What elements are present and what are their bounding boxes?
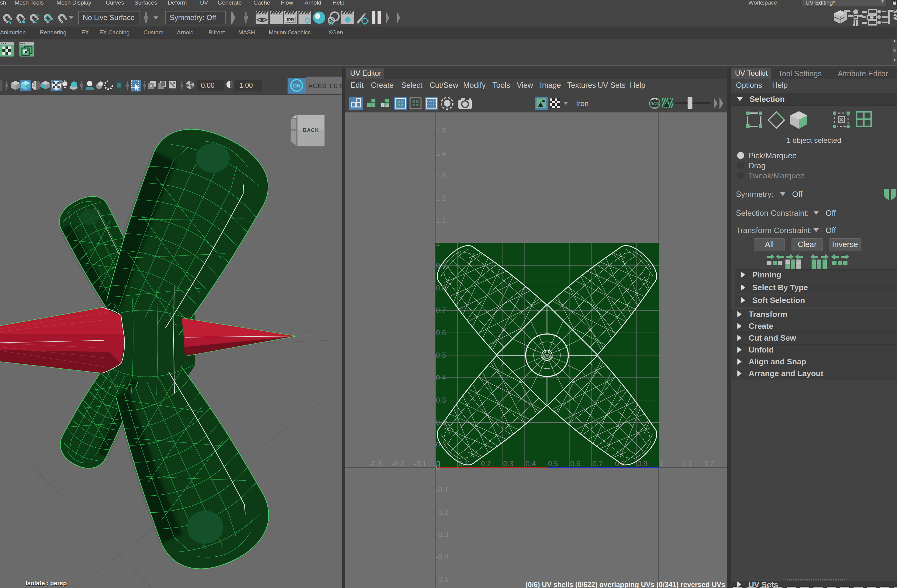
svg-text:Iron: Iron [576,99,588,108]
svg-text:1.1: 1.1 [436,216,446,225]
svg-text:0.6: 0.6 [436,328,446,337]
svg-text:ON: ON [293,83,300,89]
svg-text:0.3: 0.3 [436,396,446,404]
svg-text:1: 1 [436,239,440,247]
svg-text:0.5: 0.5 [436,351,446,359]
svg-text:0: 0 [436,460,440,468]
svg-text:0.6: 0.6 [570,460,580,468]
svg-text:0.4: 0.4 [436,373,446,382]
svg-text:1.4: 1.4 [436,149,446,157]
svg-text:IPR: IPR [287,17,294,22]
svg-text:X: X [329,19,333,26]
svg-text:0.2: 0.2 [436,418,446,426]
svg-text:0.3: 0.3 [504,460,513,468]
svg-text:0.2: 0.2 [481,460,491,468]
svg-text:0.7: 0.7 [436,306,446,314]
svg-text:1.00: 1.00 [239,81,253,89]
svg-text:0.1: 0.1 [459,460,469,468]
svg-text:-0.2: -0.2 [392,460,404,468]
svg-text:1: 1 [660,460,664,468]
svg-text:RIGHT: RIGHT [291,128,296,131]
svg-text:Symmetry: Off: Symmetry: Off [170,13,216,21]
svg-text:ACES 1.0 SDR-: ACES 1.0 SDR- [308,82,342,90]
svg-text:1.5: 1.5 [436,127,446,135]
svg-text:0.1: 0.1 [436,441,446,449]
svg-text:0.9: 0.9 [637,460,647,468]
svg-text:-0.3: -0.3 [369,460,382,468]
svg-text:0.00: 0.00 [201,81,214,89]
svg-text:-0.2: -0.2 [436,508,448,516]
svg-text:0.8: 0.8 [615,460,625,468]
svg-text:0.9: 0.9 [436,261,446,270]
svg-text:-0.1: -0.1 [436,486,448,494]
svg-text:0.7: 0.7 [593,460,603,468]
svg-text:-0.5: -0.5 [436,575,448,583]
svg-text:1.1: 1.1 [682,460,692,468]
svg-text:-0.3: -0.3 [436,530,448,539]
svg-text:-0.1: -0.1 [414,460,427,468]
svg-text:RGB: RGB [651,101,659,106]
svg-text:1.2: 1.2 [704,460,714,468]
svg-text:0.8: 0.8 [436,284,446,292]
svg-text:0.5: 0.5 [548,460,558,468]
svg-text:0.4: 0.4 [525,460,536,468]
svg-text:-0.4: -0.4 [436,553,448,561]
svg-text:1.2: 1.2 [436,194,446,202]
svg-text:BACK: BACK [303,127,319,133]
svg-text:1.3: 1.3 [436,172,446,180]
svg-text:No Live Surface: No Live Surface [83,13,135,21]
